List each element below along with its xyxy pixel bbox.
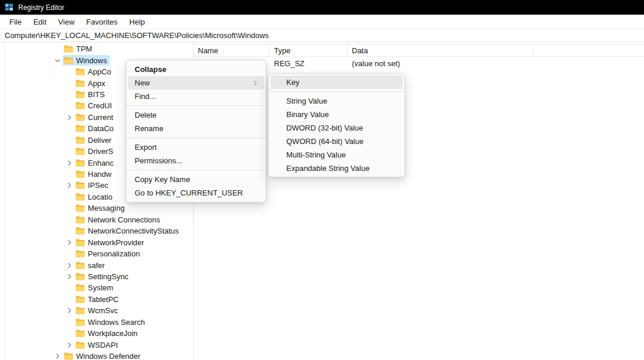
folder-icon	[76, 102, 85, 109]
folder-icon	[76, 125, 85, 132]
tree-item-networkprovider[interactable]: NetworkProvider	[5, 236, 193, 248]
chevron-placeholder	[64, 147, 74, 156]
menubar-item-view[interactable]: View	[52, 15, 80, 29]
address-text: Computer\HKEY_LOCAL_MACHINE\SOFTWARE\Pol…	[5, 31, 269, 40]
tree-item-wcmsvc[interactable]: WcmSvc	[5, 305, 193, 316]
context-menu-item-delete[interactable]: Delete	[128, 108, 264, 122]
menubar-item-help[interactable]: Help	[124, 15, 151, 29]
chevron-right-icon[interactable]	[53, 352, 63, 360]
submenu-item-dword-32-bit-value[interactable]: DWORD (32-bit) Value	[270, 121, 403, 135]
tree-item-content: SettingSync	[74, 271, 131, 282]
chevron-placeholder	[64, 283, 74, 292]
tree-item-content: Windows Search	[74, 317, 148, 327]
chevron-down-icon[interactable]	[53, 56, 63, 65]
chevron-right-icon[interactable]	[64, 261, 74, 270]
registry-editor-window: Registry Editor FileEditViewFavoritesHel…	[0, 0, 644, 360]
folder-icon	[76, 296, 85, 303]
tree-item-label: NetworkProvider	[88, 238, 144, 247]
tree-item-label: TabletPC	[88, 295, 119, 304]
tree-item-network-connections[interactable]: Network Connections	[5, 214, 193, 225]
column-header-extra	[533, 44, 644, 56]
column-header-type[interactable]: Type	[270, 44, 348, 56]
tree-item-content: Network Connections	[74, 214, 163, 225]
chevron-right-icon[interactable]	[64, 306, 74, 315]
chevron-right-icon[interactable]	[64, 238, 74, 247]
menu-item-label: Permissions...	[135, 156, 183, 165]
menubar-item-favorites[interactable]: Favorites	[80, 15, 123, 29]
submenu-item-qword-64-bit-value[interactable]: QWORD (64-bit) Value	[270, 135, 403, 148]
chevron-right-icon[interactable]	[64, 272, 74, 281]
tree-item-personalization[interactable]: Personalization	[5, 248, 193, 259]
chevron-right-icon[interactable]	[64, 181, 74, 190]
tree-item-safer[interactable]: safer	[5, 259, 193, 270]
menu-item-label: Copy Key Name	[135, 175, 190, 184]
menu-item-label: Binary Value	[286, 110, 329, 119]
context-menu-item-permissions[interactable]: Permissions...	[128, 154, 264, 167]
submenu-item-string-value[interactable]: String Value	[270, 94, 403, 108]
submenu-item-expandable-string-value[interactable]: Expandable String Value	[270, 162, 403, 175]
chevron-right-icon[interactable]	[64, 159, 74, 167]
context-menu-item-copy-key-name[interactable]: Copy Key Name	[128, 173, 264, 186]
tree-item-content: Locatio	[74, 191, 115, 202]
folder-icon	[76, 318, 85, 326]
tree-item-label: Locatio	[88, 193, 112, 201]
tree-item-messaging[interactable]: Messaging	[5, 203, 193, 214]
chevron-placeholder	[64, 318, 74, 327]
tree-item-label: SettingSync	[88, 272, 128, 281]
tree-item-settingsync[interactable]: SettingSync	[5, 271, 193, 282]
folder-icon	[76, 68, 85, 76]
tree-item-label: Personalization	[88, 249, 140, 258]
address-bar[interactable]: Computer\HKEY_LOCAL_MACHINE\SOFTWARE\Pol…	[0, 29, 644, 42]
chevron-placeholder	[64, 90, 74, 99]
tree-item-networkconnectivitystatus[interactable]: NetworkConnectivityStatus	[5, 225, 193, 236]
tree-item-wsdapi[interactable]: WSDAPI	[5, 339, 193, 350]
folder-icon	[76, 136, 85, 144]
tree-item-content: Appx	[74, 78, 108, 88]
tree-item-windows-search[interactable]: Windows Search	[5, 317, 193, 328]
context-menu-item-export[interactable]: Export	[128, 140, 264, 154]
folder-icon	[76, 193, 85, 201]
context-menu-item-rename[interactable]: Rename	[128, 122, 264, 135]
context-menu-separator	[127, 105, 265, 106]
chevron-placeholder	[64, 215, 74, 224]
tree-panel-left-border	[5, 42, 5, 360]
submenu-separator	[269, 91, 404, 92]
tree-item-windows-defender[interactable]: Windows Defender	[5, 351, 193, 360]
tree-item-content: NetworkProvider	[74, 237, 146, 248]
folder-icon	[76, 114, 85, 121]
column-header-name[interactable]: Name	[194, 44, 270, 56]
tree-item-content: System	[74, 283, 115, 293]
tree-item-tabletpc[interactable]: TabletPC	[5, 294, 193, 305]
tree-item-content: WSDAPI	[74, 340, 120, 350]
list-header: NameTypeData	[194, 44, 644, 57]
tree-item-workplacejoin[interactable]: WorkplaceJoin	[5, 328, 193, 339]
registry-editor-app-icon	[5, 3, 13, 12]
menubar-item-file[interactable]: File	[4, 15, 28, 29]
tree-item-system[interactable]: System	[5, 282, 193, 293]
tree-item-content: TPM	[63, 44, 94, 54]
menu-item-label: DWORD (32-bit) Value	[286, 124, 363, 132]
context-menu-item-go-to-hkey-current-user[interactable]: Go to HKEY_CURRENT_USER	[128, 186, 264, 200]
tree-item-content: Personalization	[74, 249, 142, 259]
submenu-item-binary-value[interactable]: Binary Value	[270, 108, 403, 121]
tree-item-tpm[interactable]: TPM	[5, 43, 193, 54]
menu-bar: FileEditViewFavoritesHelp	[0, 15, 644, 29]
folder-icon	[64, 57, 73, 64]
tree-item-label: Current	[88, 113, 113, 122]
context-menu-item-collapse[interactable]: Collapse	[128, 63, 264, 76]
cell-data: (value not set)	[348, 59, 533, 68]
folder-icon	[64, 45, 73, 53]
menu-item-label: Go to HKEY_CURRENT_USER	[135, 188, 243, 197]
column-header-data[interactable]: Data	[348, 44, 533, 56]
submenu-item-key[interactable]: Key	[270, 76, 403, 89]
submenu-item-multi-string-value[interactable]: Multi-String Value	[270, 148, 403, 162]
menubar-item-edit[interactable]: Edit	[28, 15, 52, 29]
folder-icon	[64, 352, 73, 360]
tree-item-content: WorkplaceJoin	[74, 328, 140, 339]
context-menu-item-find[interactable]: Find...	[128, 90, 264, 103]
folder-icon	[76, 284, 85, 292]
chevron-right-icon[interactable]	[64, 113, 74, 122]
chevron-right-icon[interactable]	[64, 341, 74, 349]
context-menu-item-new[interactable]: New	[128, 76, 264, 90]
tree-item-content: DriverS	[74, 146, 115, 157]
